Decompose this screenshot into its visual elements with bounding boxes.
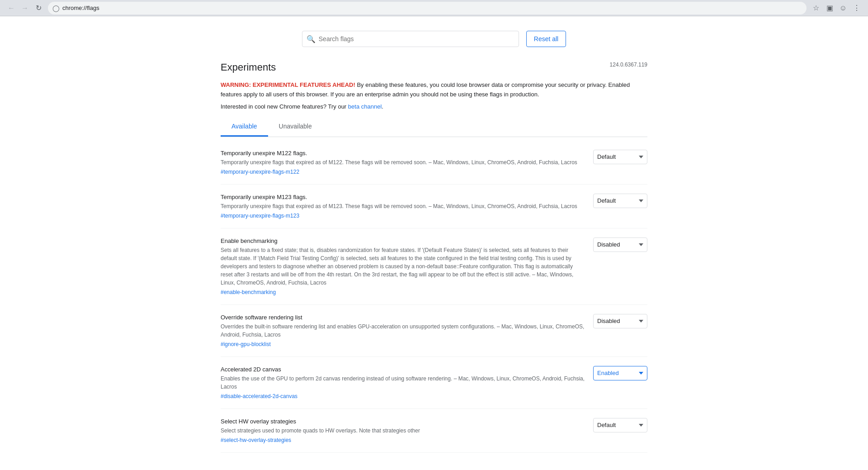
flag-control: Default Enabled Disabled (593, 150, 647, 164)
profile-button[interactable]: ☺ (837, 2, 849, 14)
tabs-container: Available Unavailable (221, 117, 647, 137)
reload-button[interactable]: ↻ (33, 2, 44, 14)
page-title: Experiments (221, 62, 276, 73)
flag-item: Temporarily unexpire M123 flags. Tempora… (221, 185, 647, 228)
flag-desc: Select strategies used to promote quads … (221, 427, 586, 435)
flag-control: Default Enabled Disabled (593, 194, 647, 208)
toolbar-actions: ☆ ▣ ☺ ⋮ (810, 2, 863, 14)
flag-item: Accelerated 2D canvas Enables the use of… (221, 357, 647, 409)
flag-link[interactable]: #select-hw-overlay-strategies (221, 437, 291, 443)
nav-buttons: ← → ↻ (5, 2, 44, 14)
flag-info: Enable benchmarking Sets all features to… (221, 237, 586, 295)
browser-chrome: ← → ↻ ◯ ☆ ▣ ☺ ⋮ (0, 0, 868, 16)
flag-link[interactable]: #disable-accelerated-2d-canvas (221, 393, 297, 399)
flag-select[interactable]: Default Enabled Disabled (593, 194, 647, 208)
warning-label: WARNING: EXPERIMENTAL FEATURES AHEAD! (221, 81, 355, 88)
flag-link[interactable]: #ignore-gpu-blocklist (221, 341, 271, 347)
flag-item: Temporarily unexpire M122 flags. Tempora… (221, 141, 647, 185)
forward-button[interactable]: → (19, 2, 31, 14)
address-bar[interactable] (48, 2, 807, 14)
flag-info: Select HW overlay strategies Select stra… (221, 418, 586, 443)
reset-all-button[interactable]: Reset all (526, 31, 566, 47)
flag-select[interactable]: Default Enabled Disabled (593, 237, 647, 252)
flag-select[interactable]: Default Enabled Disabled (593, 366, 647, 380)
flag-link[interactable]: #enable-benchmarking (221, 289, 276, 295)
flag-desc: Overrides the built-in software renderin… (221, 323, 586, 339)
flag-item: Select HW overlay strategies Select stra… (221, 409, 647, 453)
menu-button[interactable]: ⋮ (851, 2, 863, 14)
flag-control: Default Enabled Disabled (593, 366, 647, 380)
tab-available[interactable]: Available (221, 117, 268, 137)
flag-info: Temporarily unexpire M123 flags. Tempora… (221, 194, 586, 219)
flag-name: Temporarily unexpire M123 flags. (221, 194, 586, 200)
flag-desc: Temporarily unexpire flags that expired … (221, 202, 586, 210)
back-button[interactable]: ← (5, 2, 17, 14)
flag-name: Accelerated 2D canvas (221, 366, 586, 373)
flag-info: Accelerated 2D canvas Enables the use of… (221, 366, 586, 399)
flag-name: Override software rendering list (221, 314, 586, 321)
flag-name: Select HW overlay strategies (221, 418, 586, 425)
page-content: 🔍 Reset all Experiments 124.0.6367.119 W… (203, 16, 665, 467)
search-wrapper: 🔍 (302, 31, 519, 47)
flag-link[interactable]: #temporary-unexpire-flags-m123 (221, 213, 299, 219)
tab-unavailable[interactable]: Unavailable (268, 117, 323, 137)
warning-section: WARNING: EXPERIMENTAL FEATURES AHEAD! By… (221, 81, 647, 110)
search-container: 🔍 Reset all (221, 31, 647, 47)
experiments-header: Experiments 124.0.6367.119 (221, 62, 647, 73)
flag-desc: Enables the use of the GPU to perform 2d… (221, 375, 586, 391)
flag-select[interactable]: Default Enabled Disabled (593, 418, 647, 432)
flag-desc: Sets all features to a fixed state; that… (221, 246, 586, 287)
interested-text: Interested in cool new Chrome features? … (221, 103, 647, 110)
warning-text: WARNING: EXPERIMENTAL FEATURES AHEAD! By… (221, 81, 647, 100)
flag-link[interactable]: #temporary-unexpire-flags-m122 (221, 169, 299, 175)
search-input[interactable] (302, 31, 519, 47)
flag-desc: Temporarily unexpire flags that expired … (221, 158, 586, 166)
bookmark-button[interactable]: ☆ (810, 2, 822, 14)
flag-item: Enable benchmarking Sets all features to… (221, 228, 647, 305)
flag-select[interactable]: Default Enabled Disabled (593, 314, 647, 328)
flag-name: Temporarily unexpire M122 flags. (221, 150, 586, 157)
flags-list: Temporarily unexpire M122 flags. Tempora… (221, 137, 647, 453)
address-bar-container: ◯ (48, 2, 807, 14)
flag-name: Enable benchmarking (221, 237, 586, 244)
extensions-button[interactable]: ▣ (824, 2, 835, 14)
flag-control: Default Enabled Disabled (593, 237, 647, 252)
flag-info: Override software rendering list Overrid… (221, 314, 586, 347)
version-text: 124.0.6367.119 (610, 62, 647, 68)
beta-channel-link[interactable]: beta channel (348, 103, 382, 110)
flag-control: Default Enabled Disabled (593, 418, 647, 432)
flag-control: Default Enabled Disabled (593, 314, 647, 328)
flag-info: Temporarily unexpire M122 flags. Tempora… (221, 150, 586, 175)
flag-select[interactable]: Default Enabled Disabled (593, 150, 647, 164)
flag-item: Override software rendering list Overrid… (221, 305, 647, 357)
